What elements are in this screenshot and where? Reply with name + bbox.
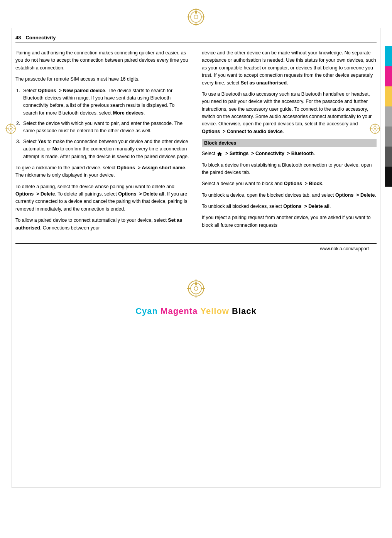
gray2-bar xyxy=(385,126,392,147)
color-yellow-text: Yellow xyxy=(200,306,229,316)
footer-url: www.nokia.com/support xyxy=(320,246,369,251)
magenta-bar xyxy=(385,66,392,86)
color-black-text: Black xyxy=(232,306,257,316)
block-heading-text: Block devices xyxy=(204,140,236,146)
border-left xyxy=(12,28,12,488)
step3-bold1: Yes xyxy=(38,139,46,144)
color-space2 xyxy=(198,306,200,316)
unblock-para2: To unblock all blocked devices, select O… xyxy=(202,203,377,210)
gray3-bar xyxy=(385,147,392,167)
border-bottom xyxy=(12,487,380,488)
side-bars-right xyxy=(385,46,392,187)
page-container: 48 Connectivity Pairing and authorising … xyxy=(0,0,392,538)
intro-paragraph: Pairing and authorising the connection m… xyxy=(15,49,190,72)
right-intro-paragraph: device and the other device can be made … xyxy=(202,49,377,87)
nickname-bold: Options > Assign short name xyxy=(117,165,185,170)
page-footer: www.nokia.com/support xyxy=(15,243,377,251)
audio-bold: Options > Connect to audio device xyxy=(202,129,282,134)
svg-marker-29 xyxy=(195,281,197,286)
svg-point-24 xyxy=(194,287,198,290)
reject-paragraph: If you reject a pairing request from ano… xyxy=(202,214,377,229)
main-content: 48 Connectivity Pairing and authorising … xyxy=(0,0,392,267)
block-para2: Select a device you want to block and Op… xyxy=(202,180,377,187)
steps-list: Select Options > New paired device. The … xyxy=(15,87,190,160)
two-columns: Pairing and authorising the connection m… xyxy=(15,49,377,236)
svg-point-2 xyxy=(194,15,198,19)
step-1: Select Options > New paired device. The … xyxy=(22,87,190,117)
delete-bold2: Options > Delete all xyxy=(118,191,164,197)
block-para1: To block a device from establishing a Bl… xyxy=(202,162,377,177)
block-para2-bold: Options > Block xyxy=(284,181,322,186)
delete-bold1: Options > Delete xyxy=(15,191,55,197)
unblock1-bold: Options > Delete xyxy=(335,192,375,198)
passcode-text: The passcode for remote SIM access must … xyxy=(15,76,140,82)
page-section-title: Connectivity xyxy=(25,35,56,40)
block-select-bold: > Settings > Connectivity > Bluetooth xyxy=(224,151,314,156)
step-3: Select Yes to make the connection betwee… xyxy=(22,138,190,160)
block-devices-heading: Block devices xyxy=(202,139,377,147)
top-logo xyxy=(186,7,206,28)
bottom-compass-icon xyxy=(186,278,206,299)
passcode-paragraph: The passcode for remote SIM access must … xyxy=(15,76,190,83)
step1-bold1: Options > New paired device xyxy=(38,88,105,93)
yellow-bar xyxy=(385,86,392,106)
color-space1 xyxy=(158,306,161,316)
cyan-bar xyxy=(385,46,392,66)
svg-marker-7 xyxy=(195,9,197,15)
left-circle xyxy=(5,123,16,135)
nickname-paragraph: To give a nickname to the paired device,… xyxy=(15,164,190,179)
color-space3 xyxy=(229,306,232,316)
block-select-paragraph: Select > Settings > Connectivity > Bluet… xyxy=(202,150,377,157)
step1-bold2: More devices xyxy=(113,110,144,116)
svg-point-10 xyxy=(10,128,12,130)
bottom-logo xyxy=(0,267,392,306)
home-icon xyxy=(217,151,222,157)
unblock-para1: To unblock a device, open the blocked de… xyxy=(202,192,377,199)
right-circle xyxy=(370,123,380,135)
svg-point-17 xyxy=(374,128,376,130)
page-number: 48 xyxy=(15,35,21,40)
authorise-paragraph: To allow a paired device to connect auto… xyxy=(15,217,190,232)
gray1-bar xyxy=(385,106,392,126)
color-cyan-text: Cyan xyxy=(135,306,158,316)
color-magenta-text: Magenta xyxy=(161,306,198,316)
unblock2-bold: Options > Delete all xyxy=(283,204,329,209)
intro-text: Pairing and authorising the connection m… xyxy=(15,50,188,71)
col-right: device and the other device can be made … xyxy=(202,49,377,236)
black-bar xyxy=(385,167,392,187)
authorise-bold: Set as authorised xyxy=(15,218,182,230)
delete-paragraph: To delete a pairing, select the device w… xyxy=(15,183,190,213)
page-header: 48 Connectivity xyxy=(15,35,377,42)
bottom-color-bar: Cyan Magenta Yellow Black xyxy=(0,306,392,320)
border-right xyxy=(380,28,380,488)
step-2: Select the device with which you want to… xyxy=(22,120,190,135)
step3-bold2: No xyxy=(52,146,59,152)
unauthorised-bold: Set as unauthorised xyxy=(241,80,287,86)
col-left: Pairing and authorising the connection m… xyxy=(15,49,190,236)
audio-paragraph: To use a Bluetooth audio accessory such … xyxy=(202,91,377,135)
